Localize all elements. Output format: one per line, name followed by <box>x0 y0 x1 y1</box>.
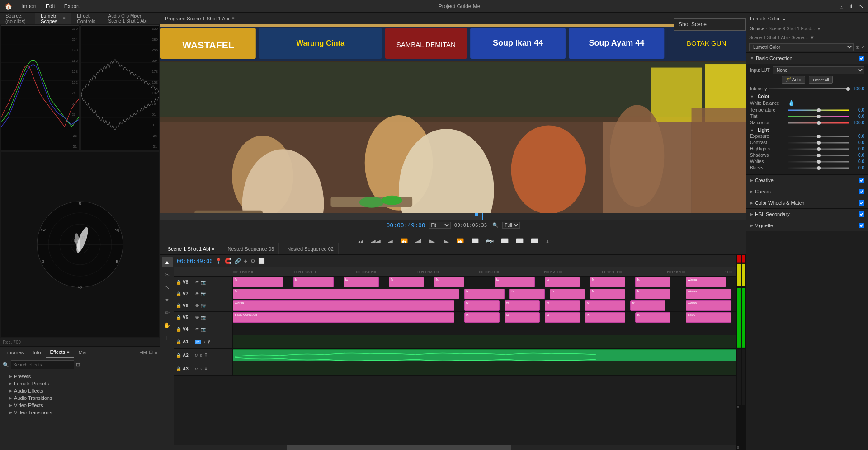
track-mic-icon[interactable]: 🎙 <box>204 353 208 358</box>
effects-icon2[interactable]: ≡ <box>82 362 85 368</box>
timeline-tab-scene1[interactable]: Scene 1 Shot 1 Abi ≡ <box>163 243 219 254</box>
timeline-settings-btn[interactable]: ⚙ <box>250 258 255 264</box>
auto-button[interactable]: 🪄 Auto <box>782 76 806 84</box>
timeline-tab-nested3[interactable]: Nested Sequence 03 <box>223 243 279 254</box>
clip[interactable]: fx <box>545 300 580 311</box>
track-a3-mute[interactable]: M <box>195 367 198 371</box>
whites-slider[interactable] <box>788 160 849 163</box>
track-mic-icon[interactable]: 🎙 <box>204 366 208 371</box>
track-v5-content[interactable]: Basic Corection fx fx fx fx fx Basic <box>233 312 736 323</box>
clip[interactable]: fx <box>464 312 500 323</box>
clip-warna[interactable]: Warna <box>686 289 731 299</box>
window-share-icon[interactable]: ⬆ <box>849 3 854 9</box>
clip[interactable]: fx <box>585 312 625 323</box>
audio-clip-a2[interactable] <box>233 349 736 361</box>
highlights-slider[interactable] <box>788 148 849 150</box>
tool-select[interactable]: ▲ <box>162 257 173 267</box>
hsl-header[interactable]: ▶ HSL Secondary <box>746 209 868 220</box>
tool-hand[interactable]: ✋ <box>162 320 173 331</box>
timeline-scrollbar[interactable] <box>174 445 736 450</box>
snap-btn[interactable]: 🧲 <box>225 258 231 264</box>
effects-item-audio-transitions[interactable]: ▶ Audio Transitions <box>0 394 160 402</box>
track-lock-icon[interactable]: 🔒 <box>176 303 181 308</box>
track-a2-mute[interactable]: M <box>195 353 198 358</box>
track-eye-icon[interactable]: 👁 <box>195 303 199 308</box>
clip-basic[interactable]: Basic <box>686 312 731 323</box>
lumetri-path-arrow[interactable]: ▼ <box>810 35 815 40</box>
curves-checkbox[interactable] <box>859 189 864 194</box>
track-lock-icon[interactable]: 🔒 <box>176 366 181 371</box>
clip[interactable]: fx <box>505 300 540 311</box>
track-lock-icon[interactable]: 🔒 <box>176 291 181 296</box>
quality-select[interactable]: Full 1/2 1/4 <box>502 222 520 229</box>
color-wheels-checkbox[interactable] <box>859 200 864 206</box>
clip-warna-start[interactable]: Warna <box>233 300 454 311</box>
track-camera-icon[interactable]: 📷 <box>201 327 206 332</box>
clip[interactable]: fx <box>545 277 580 287</box>
track-a1-content[interactable] <box>233 335 736 348</box>
tool-track-select[interactable]: ▼ <box>162 295 173 305</box>
effects-list-icon[interactable]: ≡ <box>155 350 157 355</box>
blacks-handle[interactable] <box>817 166 821 170</box>
track-v4-content[interactable] <box>233 323 736 335</box>
clip-basic-correction[interactable]: Basic Corection <box>233 312 454 323</box>
lumetri-dropdown-arrow[interactable]: ▼ <box>817 26 821 31</box>
zoom-select[interactable]: Fit 25% 50% 100% <box>429 222 451 229</box>
menu-import[interactable]: Import <box>21 3 37 9</box>
track-a3-solo[interactable]: S <box>200 367 203 371</box>
timeline-extra-btn[interactable]: ⬜ <box>258 258 265 264</box>
tab-lumetri-scopes[interactable]: Lumetri Scopes ≡ <box>35 13 71 24</box>
tab-effects[interactable]: Effects ≡ <box>46 347 74 358</box>
timeline-timecode[interactable]: 00:00:49:00 <box>177 258 212 264</box>
track-camera-icon[interactable]: 📷 <box>201 315 206 320</box>
effects-item-audio-effects[interactable]: ▶ Audio Effects <box>0 387 160 394</box>
track-a1-badge[interactable]: M <box>195 340 201 344</box>
track-a2-solo[interactable]: S <box>200 353 203 358</box>
clip[interactable]: fx <box>344 277 379 287</box>
tint-slider[interactable] <box>788 115 849 118</box>
lumetri-preset-icon1[interactable]: ⊕ <box>855 44 859 50</box>
basic-correction-checkbox[interactable] <box>859 56 864 61</box>
scrollbar-thumb[interactable] <box>287 445 511 450</box>
exposure-slider[interactable] <box>788 135 849 138</box>
track-a2-content[interactable] <box>233 349 736 362</box>
track-lock-icon[interactable]: 🔒 <box>176 280 181 285</box>
lumetri-menu-icon[interactable]: ≡ <box>783 16 785 21</box>
clip[interactable]: fx <box>233 289 459 299</box>
track-eye-icon[interactable]: 👁 <box>195 280 199 285</box>
clip[interactable]: fx <box>635 277 670 287</box>
contrast-handle[interactable] <box>817 141 821 145</box>
shadows-slider[interactable] <box>788 154 849 157</box>
temperature-handle[interactable] <box>817 108 821 112</box>
clip[interactable]: fx <box>464 289 505 299</box>
clip[interactable]: fx <box>635 312 670 323</box>
input-lut-select[interactable]: None <box>773 66 864 74</box>
track-eye-icon[interactable]: 👁 <box>195 291 199 296</box>
curves-header[interactable]: ▶ Curves <box>746 186 868 197</box>
playhead-knob[interactable] <box>475 213 478 216</box>
effects-item-video-effects[interactable]: ▶ Video Effects <box>0 402 160 409</box>
effects-item-lumetri-presets[interactable]: ▶ Lumetri Presets <box>0 380 160 387</box>
reset-button[interactable]: Reset all <box>809 76 833 84</box>
highlights-handle[interactable] <box>817 147 821 151</box>
clip[interactable]: fx <box>509 289 545 299</box>
track-lock-icon[interactable]: 🔒 <box>176 327 181 332</box>
track-eye-icon[interactable]: 👁 <box>195 327 199 332</box>
clip[interactable]: Warna <box>686 277 726 287</box>
track-eye-icon[interactable]: 👁 <box>195 315 199 320</box>
exposure-handle[interactable] <box>817 135 821 138</box>
clip[interactable]: fx <box>585 300 625 311</box>
clip[interactable]: fx <box>550 289 585 299</box>
tab-effect-controls[interactable]: Effect Controls <box>71 13 103 24</box>
tool-type[interactable]: T <box>162 333 173 343</box>
effects-nav-prev[interactable]: ◀◀ <box>140 349 147 355</box>
tool-ripple[interactable]: ⤡ <box>162 282 173 293</box>
contrast-slider[interactable] <box>788 141 849 144</box>
menu-export[interactable]: Export <box>64 3 80 9</box>
menu-edit[interactable]: Edit <box>46 3 55 9</box>
marker-btn[interactable]: 📍 <box>215 258 222 264</box>
track-camera-icon[interactable]: 📷 <box>201 280 206 285</box>
link-btn[interactable]: 🔗 <box>234 258 241 264</box>
effects-grid-icon[interactable]: ⊞ <box>149 349 153 355</box>
hsl-checkbox[interactable] <box>859 211 864 217</box>
